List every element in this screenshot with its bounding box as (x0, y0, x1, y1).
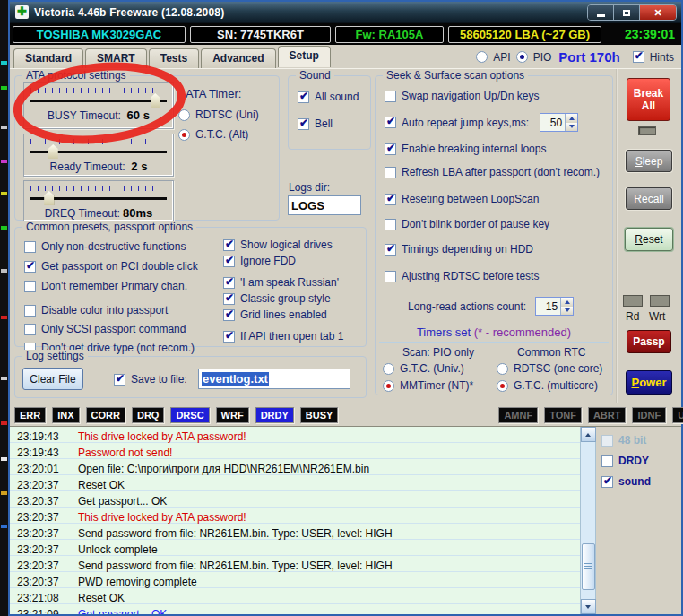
hints-checkbox[interactable] (633, 51, 644, 63)
auto-repeat-checkbox[interactable] (385, 117, 396, 128)
pio-radio[interactable] (516, 51, 528, 63)
title-bar[interactable]: ✚ Victoria 4.46b Freeware (12.08.2008) ✕ (10, 2, 681, 23)
save-to-file-checkbox[interactable] (114, 374, 125, 386)
power-button[interactable]: Power (626, 370, 672, 395)
preset-passport-pci[interactable]: Get passport on PCI double click (24, 260, 198, 273)
enable-breaking-option[interactable]: Enable breaking internal loops (385, 143, 546, 155)
bell-checkbox[interactable] (298, 118, 309, 130)
tab-setup[interactable]: Setup (278, 46, 331, 67)
dont-blink-checkbox[interactable] (385, 219, 396, 230)
break-all-button[interactable]: Break All (627, 78, 670, 121)
long-read-spinner[interactable]: 15 (535, 297, 574, 316)
scroll-up-icon[interactable] (581, 427, 596, 442)
enable-breaking-checkbox[interactable] (385, 143, 396, 155)
scroll-down-icon[interactable] (581, 599, 596, 614)
checkbox[interactable] (24, 305, 36, 317)
all-sound-option[interactable]: All sound (298, 91, 359, 103)
ajusting-rdtsc-option[interactable]: Ajusting RDTSC before tests (385, 270, 539, 282)
all-sound-checkbox[interactable] (298, 91, 309, 103)
slider-thumb[interactable] (151, 93, 160, 108)
spinner-down-icon[interactable] (561, 307, 573, 316)
preset-api-tab1[interactable]: If API then open tab 1 (223, 330, 343, 343)
drdy-checkbox[interactable] (601, 455, 613, 467)
api-radio[interactable] (476, 51, 488, 63)
refresh-lba-checkbox[interactable] (385, 167, 396, 178)
preset-disable-color[interactable]: Disable color into passport (24, 304, 168, 317)
preset-classic-style[interactable]: Classic group style (223, 292, 331, 305)
preset-primary-chan[interactable]: Don't remember Primary chan. (24, 280, 187, 292)
checkbox[interactable] (24, 241, 36, 253)
reseting-loopscan-option[interactable]: Reseting between LoopScan (385, 193, 539, 205)
slider-thumb[interactable] (48, 144, 58, 159)
dreq-timeout-slider[interactable] (30, 191, 167, 205)
spinner-down-icon[interactable] (566, 123, 577, 132)
mmtimer-option[interactable]: MMTimer (NT)* (383, 379, 473, 392)
tab-standard[interactable]: Standard (13, 48, 83, 68)
auto-repeat-option[interactable]: Auto repeat jump keys,ms: 50 (385, 113, 578, 132)
reseting-loopscan-checkbox[interactable] (385, 194, 396, 205)
sound-checkbox[interactable] (601, 476, 613, 488)
slider-track[interactable] (30, 100, 167, 102)
rdtsc-one-core-option[interactable]: RDTSC (one core) (497, 362, 602, 375)
minimize-button[interactable] (588, 5, 614, 20)
preset-nondestructive[interactable]: Only non-destructive functions (24, 240, 186, 253)
ready-timeout-slider[interactable] (30, 144, 167, 159)
gtc-alt-option[interactable]: G.T.C. (Alt) (178, 128, 248, 141)
mmtimer-radio[interactable] (383, 380, 394, 392)
logs-dir-input[interactable]: LOGS (288, 195, 361, 215)
recall-button[interactable]: Recall (626, 187, 672, 210)
spinner-up-icon[interactable] (566, 114, 577, 123)
preset-logical-drives[interactable]: Show logical drives (223, 239, 333, 251)
reset-button[interactable]: Reset (625, 228, 673, 251)
checkbox[interactable] (223, 293, 235, 305)
dont-blink-option[interactable]: Don't blink border of pause key (385, 218, 549, 230)
log-filename-input[interactable]: eventlog.txt (198, 369, 350, 389)
ajusting-rdtsc-checkbox[interactable] (385, 271, 396, 282)
scrollbar-thumb[interactable] (582, 543, 595, 590)
timings-hdd-checkbox[interactable] (385, 244, 396, 256)
preset-russian[interactable]: 'I am speak Russian' (223, 276, 339, 289)
preset-ignore-fdd[interactable]: Ignore FDD (223, 255, 296, 267)
swap-nav-keys-checkbox[interactable] (385, 91, 396, 102)
slider-thumb[interactable] (44, 191, 54, 205)
drdy-option[interactable]: DRDY (601, 455, 681, 467)
rdtsc-uni-option[interactable]: RDTSC (Uni) (178, 108, 259, 121)
gtc-multicore-radio[interactable] (497, 380, 508, 392)
checkbox[interactable] (223, 277, 235, 289)
sleep-button[interactable]: Sleep (626, 150, 672, 172)
tab-advanced[interactable]: Advanced (201, 48, 275, 68)
checkbox[interactable] (223, 256, 235, 267)
clear-file-button[interactable]: Clear File (22, 368, 83, 390)
log-scrollbar[interactable] (581, 427, 596, 614)
timings-hdd-option[interactable]: Timings depending on HDD (385, 243, 533, 256)
checkbox[interactable] (223, 239, 235, 251)
tab-smart[interactable]: SMART (85, 48, 147, 68)
preset-grid-lines[interactable]: Grid lines enabled (223, 308, 327, 321)
bell-option[interactable]: Bell (298, 117, 333, 130)
checkbox[interactable] (223, 331, 235, 343)
refresh-lba-option[interactable]: Refresh LBA after passport (don't recom.… (385, 166, 600, 178)
rdtsc-uni-radio[interactable] (178, 109, 190, 121)
gtc-univ-radio[interactable] (383, 363, 394, 375)
tab-tests[interactable]: Tests (149, 48, 199, 68)
spinner-up-icon[interactable] (561, 298, 573, 307)
sound-toggle-option[interactable]: sound (601, 475, 681, 488)
spinner-value[interactable]: 15 (536, 298, 560, 315)
checkbox[interactable] (24, 261, 36, 273)
passp-button[interactable]: Passp (627, 330, 671, 353)
gtc-alt-radio[interactable] (178, 129, 190, 141)
preset-scsi-passport[interactable]: Only SCSI passport command (24, 323, 186, 335)
swap-nav-keys-option[interactable]: Swap navigation Up/Dn keys (385, 90, 539, 102)
checkbox[interactable] (223, 309, 235, 321)
spinner-value[interactable]: 50 (540, 114, 565, 131)
auto-repeat-spinner[interactable]: 50 (540, 113, 578, 132)
maximize-button[interactable] (614, 5, 640, 20)
gtc-univ-option[interactable]: G.T.C. (Univ.) (383, 362, 464, 375)
checkbox[interactable] (24, 281, 36, 292)
rdtsc-one-core-radio[interactable] (497, 363, 508, 375)
close-button[interactable]: ✕ (640, 5, 676, 20)
checkbox[interactable] (24, 324, 36, 335)
save-to-file-option[interactable]: Save to file: (114, 373, 187, 386)
gtc-multicore-option[interactable]: G.T.C. (multicore) (497, 379, 598, 392)
busy-timeout-slider[interactable] (30, 93, 167, 108)
